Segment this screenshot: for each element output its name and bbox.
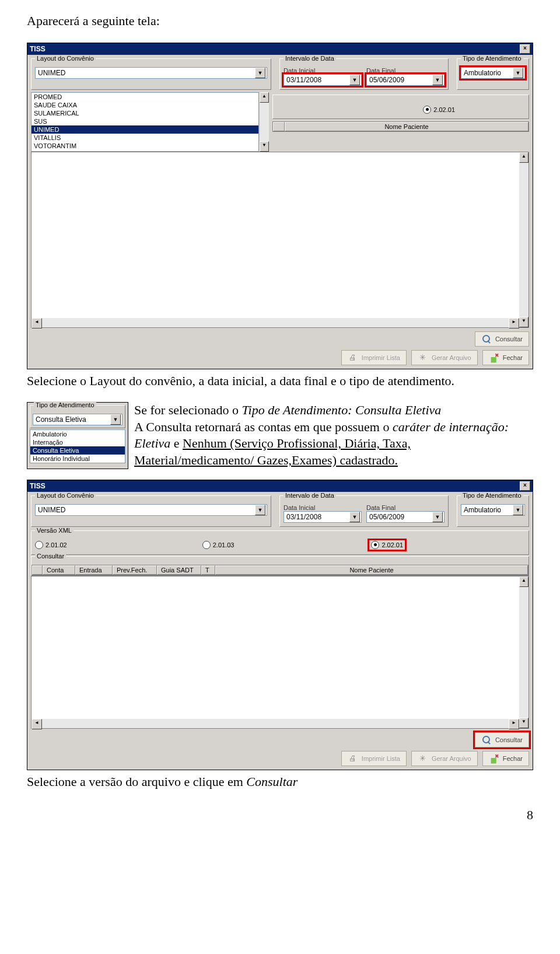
radio-versao-3b[interactable]: 2.02.01 <box>369 540 405 550</box>
list-item[interactable]: SULAMERICAL <box>32 109 258 117</box>
radio-versao-1[interactable]: 2.01.02 <box>35 541 67 549</box>
data-inicial-value-2: 03/11/2008 <box>286 513 321 521</box>
radio-versao-2[interactable]: 2.01.03 <box>202 541 235 549</box>
tipo-select[interactable]: Ambulatorio ▼ <box>461 67 525 79</box>
data-inicial-value: 03/11/2008 <box>286 76 321 84</box>
chevron-down-icon[interactable]: ▼ <box>110 414 121 425</box>
list-item-selected[interactable]: UNIMED <box>32 125 258 134</box>
chevron-down-icon[interactable]: ▼ <box>349 75 360 85</box>
p-last-a: Selecione a versão do arquivo e clique e… <box>27 774 246 789</box>
gear-icon <box>418 753 428 764</box>
titlebar-2: TISS × <box>27 480 533 492</box>
col-t: T <box>201 565 215 575</box>
imprimir-button[interactable]: Imprimir Lista <box>341 350 407 365</box>
listbox-scrollbar[interactable]: ▲ ▼ <box>259 92 269 152</box>
screenshot-tipo: Tipo de Atendimento Consulta Eletiva ▼ A… <box>27 402 128 469</box>
label-data-final: Data Final <box>366 67 444 74</box>
chevron-down-icon[interactable]: ▼ <box>513 68 523 78</box>
tipo-select-2[interactable]: Ambulatorio ▼ <box>461 504 525 516</box>
scroll-up-icon[interactable]: ▲ <box>519 576 528 587</box>
col-handle <box>32 565 43 575</box>
list-item-selected[interactable]: Consulta Eletiva <box>30 446 125 455</box>
scroll-right-icon[interactable]: ► <box>509 318 519 329</box>
scroll-down-icon[interactable]: ▼ <box>260 141 269 152</box>
radio-icon <box>423 106 431 114</box>
v-scrollbar[interactable]: ▲ ▼ <box>519 152 528 327</box>
screenshot-1: TISS × Layout do Convênio UNIMED ▼ Inter… <box>27 43 533 369</box>
chevron-down-icon[interactable]: ▼ <box>255 68 265 78</box>
data-final-field[interactable]: 05/06/2009 ▼ <box>366 74 444 86</box>
printer-icon <box>348 352 358 363</box>
consultar-button-2[interactable]: Consultar <box>475 732 529 747</box>
layout-select[interactable]: UNIMED ▼ <box>35 67 267 79</box>
list-item[interactable]: SUS <box>32 117 258 125</box>
gerar-button-2[interactable]: Gerar Arquivo <box>411 751 478 766</box>
radio-label: 2.01.03 <box>213 541 235 548</box>
button-label: Consultar <box>495 336 523 343</box>
p-last-b: Consultar <box>246 774 298 789</box>
close-icon <box>489 753 499 764</box>
col-nome-paciente: Nome Paciente <box>285 122 528 131</box>
col-entrada: Entrada <box>75 565 113 575</box>
group-consultar-label: Consultar <box>35 553 66 560</box>
screenshot-2: TISS × Layout do Convênio UNIMED ▼ Inter… <box>27 480 533 770</box>
h-scrollbar-2[interactable]: ◄ ► <box>32 719 519 728</box>
data-final-field-2[interactable]: 05/06/2009 ▼ <box>366 511 444 523</box>
layout-select-2[interactable]: UNIMED ▼ <box>35 504 267 516</box>
p2b: Tipo de Atendimento: Consulta Eletiva <box>242 403 442 417</box>
radio-label: 2.01.02 <box>46 541 67 548</box>
radio-versao-3[interactable]: 2.02.01 <box>423 106 455 114</box>
list-item[interactable]: Ambulatorio <box>30 430 125 438</box>
group-tipo-label: Tipo de Atendimento <box>461 55 523 62</box>
chevron-down-icon[interactable]: ▼ <box>349 512 360 522</box>
v-scrollbar-2[interactable]: ▲ ▼ <box>519 576 528 728</box>
close-icon[interactable]: × <box>520 481 530 491</box>
scroll-up-icon[interactable]: ▲ <box>519 152 528 163</box>
group-intervalo-label-2: Intervalo de Data <box>284 492 336 499</box>
scroll-right-icon[interactable]: ► <box>509 719 519 729</box>
imprimir-button-2[interactable]: Imprimir Lista <box>341 751 407 766</box>
list-item[interactable]: Internação <box>30 438 125 446</box>
results-grid-2[interactable]: ◄ ► ▲ ▼ <box>31 576 529 729</box>
list-item[interactable]: VOTORANTIM <box>32 142 258 150</box>
gerar-button[interactable]: Gerar Arquivo <box>411 350 478 365</box>
chevron-down-icon[interactable]: ▼ <box>432 512 443 522</box>
tipo-listbox[interactable]: Ambulatorio Internação Consulta Eletiva … <box>30 429 125 463</box>
results-grid[interactable]: ◄ ► ▲ ▼ <box>31 152 529 328</box>
button-label: Gerar Arquivo <box>432 354 471 361</box>
radio-label: 2.02.01 <box>382 541 403 548</box>
scroll-up-icon[interactable]: ▲ <box>260 92 269 103</box>
list-item[interactable]: PROMED <box>32 93 258 101</box>
button-label: Consultar <box>495 736 523 743</box>
data-inicial-field[interactable]: 03/11/2008 ▼ <box>284 74 362 86</box>
chevron-down-icon[interactable]: ▼ <box>255 505 265 515</box>
scroll-left-icon[interactable]: ◄ <box>32 719 42 729</box>
group-intervalo-label: Intervalo de Data <box>284 55 336 62</box>
list-item[interactable]: Honorário Individual <box>30 455 125 463</box>
layout-listbox[interactable]: PROMED SAUDE CAIXA SULAMERICAL SUS UNIME… <box>31 92 259 152</box>
data-final-value-2: 05/06/2009 <box>369 513 404 521</box>
scroll-left-icon[interactable]: ◄ <box>32 318 42 329</box>
titlebar: TISS × <box>27 43 533 55</box>
list-item[interactable]: SAUDE CAIXA <box>32 101 258 109</box>
list-item[interactable]: VITALLIS <box>32 134 258 142</box>
scroll-down-icon[interactable]: ▼ <box>519 317 528 327</box>
search-icon <box>481 334 492 344</box>
close-icon[interactable]: × <box>520 44 530 54</box>
instruction-last: Selecione a versão do arquivo e clique e… <box>27 774 533 791</box>
fechar-button-2[interactable]: Fechar <box>482 751 529 766</box>
fechar-button[interactable]: Fechar <box>482 350 529 365</box>
consultar-button[interactable]: Consultar <box>475 331 529 347</box>
tipo-select-small[interactable]: Consulta Eletiva ▼ <box>33 414 123 425</box>
chevron-down-icon[interactable]: ▼ <box>432 75 443 85</box>
col-guiasadt: Guia SADT <box>157 565 201 575</box>
h-scrollbar[interactable]: ◄ ► <box>32 318 519 327</box>
scroll-down-icon[interactable]: ▼ <box>519 718 528 728</box>
data-inicial-field-2[interactable]: 03/11/2008 ▼ <box>284 511 362 523</box>
chevron-down-icon[interactable]: ▼ <box>513 505 523 515</box>
layout-select-value-2: UNIMED <box>38 506 65 514</box>
window-title-2: TISS <box>30 480 46 492</box>
radio-label: 2.02.01 <box>433 106 455 113</box>
group-layout-label: Layout do Convênio <box>35 55 96 62</box>
button-label: Fechar <box>503 354 523 361</box>
